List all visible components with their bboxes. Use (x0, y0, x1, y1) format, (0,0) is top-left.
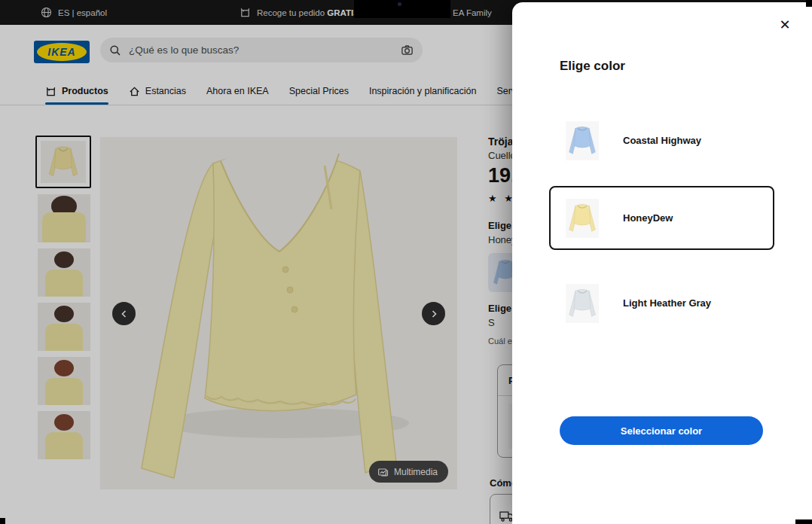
select-color-button[interactable]: Seleccionar color (560, 416, 763, 445)
color-option-thumbnail (566, 199, 599, 238)
color-option-label: Light Heather Gray (623, 297, 711, 309)
close-icon[interactable]: ✕ (774, 14, 795, 35)
screen-artifact-top-right (806, 0, 812, 7)
modal-title: Elige color (560, 59, 625, 74)
screen-artifact-bottom-left (0, 518, 5, 524)
select-color-button-label: Seleccionar color (621, 425, 702, 437)
color-option-thumbnail (566, 121, 599, 160)
color-option-honeydew-selected[interactable]: HoneyDew (549, 186, 774, 250)
color-option-label: Coastal Highway (623, 135, 701, 146)
color-option-light-heather-gray[interactable]: Light Heather Gray (549, 271, 774, 335)
color-option-thumbnail (566, 284, 599, 323)
page: ES | español Recoge tu pedido GRATIS* co… (0, 0, 812, 524)
color-option-coastal-highway[interactable]: Coastal Highway (549, 108, 774, 172)
color-option-label: HoneyDew (623, 212, 673, 224)
screen-artifact-bottom-right (795, 519, 812, 524)
color-picker-modal: ✕ Elige color Coastal Highway HoneyDew L… (512, 2, 812, 524)
